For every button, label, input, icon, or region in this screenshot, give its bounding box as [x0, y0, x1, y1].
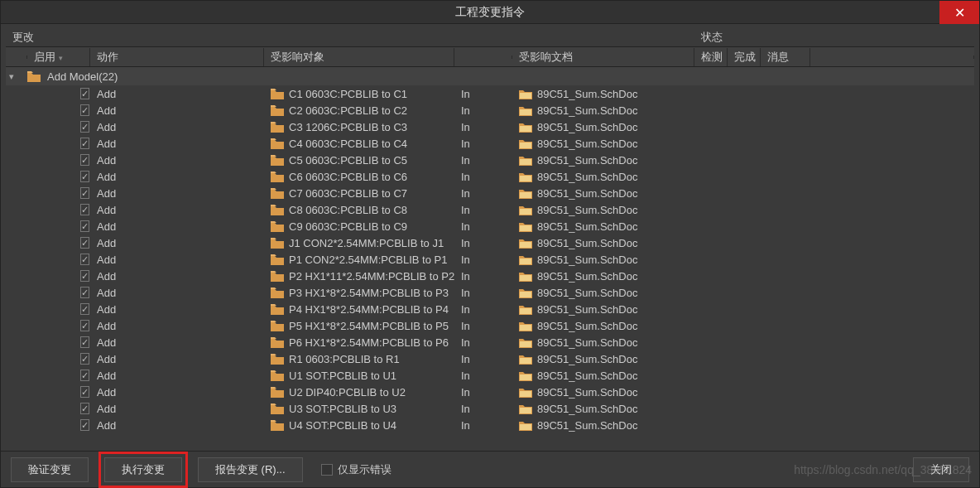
cell-detect: [694, 126, 728, 128]
document-icon: [519, 254, 532, 265]
cell-spacer: [810, 93, 974, 94]
cell-detect: [694, 209, 728, 210]
enable-checkbox[interactable]: ✓: [80, 386, 89, 398]
table-row[interactable]: ✓AddC8 0603C:PCBLIB to C8In89C51_Sum.Sch…: [6, 201, 974, 218]
document-icon: [519, 238, 532, 249]
table-row[interactable]: ✓AddU4 SOT:PCBLIB to U4In89C51_Sum.SchDo…: [6, 417, 974, 433]
col-message[interactable]: 消息: [761, 48, 810, 66]
table-row[interactable]: ✓AddP3 HX1*8*2.54MM:PCBLIB to P3In89C51_…: [6, 284, 974, 301]
enable-checkbox[interactable]: ✓: [80, 403, 89, 414]
close-footer-button[interactable]: 关闭: [913, 457, 969, 482]
folder-icon: [271, 387, 284, 398]
cell-doc: 89C51_Sum.SchDoc: [512, 153, 694, 167]
group-row[interactable]: ▾ Add Model(22): [6, 67, 974, 85]
col-detect[interactable]: 检测: [694, 48, 728, 66]
table-row[interactable]: ✓AddP4 HX1*8*2.54MM:PCBLIB to P4In89C51_…: [6, 301, 974, 317]
table-row[interactable]: ✓AddP6 HX1*8*2.54MM:PCBLIB to P6In89C51_…: [6, 334, 974, 350]
cell-detect: [694, 192, 728, 194]
object-text: P3 HX1*8*2.54MM:PCBLIB to P3: [289, 287, 449, 299]
cell-enable: ✓: [27, 418, 90, 432]
enable-checkbox[interactable]: ✓: [80, 154, 89, 166]
table-row[interactable]: ✓AddC3 1206C:PCBLIB to C3In89C51_Sum.Sch…: [6, 118, 974, 135]
col-object[interactable]: 受影响对象: [264, 48, 454, 66]
enable-checkbox[interactable]: ✓: [80, 303, 89, 315]
table-row[interactable]: ✓AddC5 0603C:PCBLIB to C5In89C51_Sum.Sch…: [6, 152, 974, 168]
cell-done: [728, 143, 761, 144]
table-row[interactable]: ✓AddC4 0603C:PCBLIB to C4In89C51_Sum.Sch…: [6, 135, 974, 152]
enable-checkbox[interactable]: ✓: [80, 353, 89, 365]
enable-checkbox[interactable]: ✓: [80, 270, 89, 282]
cell-done: [728, 93, 761, 94]
cell-done: [728, 225, 761, 227]
table-row[interactable]: ✓AddJ1 CON2*2.54MM:PCBLIB to J1In89C51_S…: [6, 234, 974, 251]
object-text: U1 SOT:PCBLIB to U1: [289, 370, 396, 382]
enable-checkbox[interactable]: ✓: [80, 88, 89, 99]
object-text: C2 0603C:PCBLIB to C2: [289, 104, 407, 117]
table-row[interactable]: ✓AddU1 SOT:PCBLIB to U1In89C51_Sum.SchDo…: [6, 367, 974, 384]
cell-enable: ✓: [27, 319, 90, 332]
enable-checkbox[interactable]: ✓: [80, 121, 89, 133]
enable-checkbox[interactable]: ✓: [80, 204, 89, 215]
cell-detect: [694, 358, 728, 360]
enable-checkbox[interactable]: ✓: [80, 187, 89, 199]
status-header: 状态: [694, 28, 729, 46]
document-icon: [519, 271, 532, 282]
document-icon: [519, 403, 532, 414]
grid-body[interactable]: ▾ Add Model(22) ✓AddC1 0603C:PCBLIB to C…: [6, 67, 974, 451]
only-errors-checkbox[interactable]: 仅显示错误: [321, 462, 392, 477]
enable-checkbox[interactable]: ✓: [80, 138, 89, 149]
cell-action: Add: [90, 253, 264, 267]
cell-done: [728, 159, 761, 161]
table-row[interactable]: ✓AddR1 0603:PCBLIB to R1In89C51_Sum.SchD…: [6, 350, 974, 367]
cell-msg: [761, 192, 810, 194]
report-button[interactable]: 报告变更 (R)...: [198, 457, 303, 482]
close-button[interactable]: ✕: [939, 1, 979, 24]
document-icon: [519, 370, 532, 381]
table-row[interactable]: ✓AddU2 DIP40:PCBLIB to U2In89C51_Sum.Sch…: [6, 384, 974, 400]
cell-action: Add: [90, 385, 264, 399]
table-row[interactable]: ✓AddC1 0603C:PCBLIB to C1In89C51_Sum.Sch…: [6, 85, 974, 102]
cell-expand: [6, 308, 27, 310]
enable-checkbox[interactable]: ✓: [80, 254, 89, 265]
col-done[interactable]: 完成: [728, 48, 761, 66]
col-enable[interactable]: 启用▾: [27, 48, 90, 66]
cell-detect: [694, 109, 728, 111]
cell-in: In: [454, 153, 512, 167]
cell-action: Add: [90, 402, 264, 416]
cell-spacer: [810, 292, 974, 293]
table-row[interactable]: ✓AddC9 0603C:PCBLIB to C9In89C51_Sum.Sch…: [6, 218, 974, 234]
table-row[interactable]: ✓AddP1 CON2*2.54MM:PCBLIB to P1In89C51_S…: [6, 251, 974, 268]
cell-enable: ✓: [27, 369, 90, 382]
doc-text: 89C51_Sum.SchDoc: [537, 220, 637, 233]
cell-enable: ✓: [27, 402, 90, 415]
table-row[interactable]: ✓AddC7 0603C:PCBLIB to C7In89C51_Sum.Sch…: [6, 185, 974, 201]
cell-enable: ✓: [27, 253, 90, 266]
cell-doc: 89C51_Sum.SchDoc: [512, 286, 694, 300]
col-action[interactable]: 动作: [90, 48, 264, 66]
folder-icon: [271, 287, 284, 298]
execute-button[interactable]: 执行变更: [104, 457, 182, 482]
table-row[interactable]: ✓AddC6 0603C:PCBLIB to C6In89C51_Sum.Sch…: [6, 168, 974, 185]
enable-checkbox[interactable]: ✓: [80, 104, 89, 116]
enable-checkbox[interactable]: ✓: [80, 171, 89, 182]
enable-checkbox[interactable]: ✓: [80, 220, 89, 232]
enable-checkbox[interactable]: ✓: [80, 237, 89, 249]
document-icon: [519, 188, 532, 199]
cell-spacer: [810, 258, 974, 260]
col-document[interactable]: 受影响文档: [512, 48, 694, 66]
cell-action: Add: [90, 352, 264, 366]
col-expand: [6, 56, 27, 59]
collapse-icon[interactable]: ▾: [9, 71, 17, 82]
enable-checkbox[interactable]: ✓: [80, 320, 89, 331]
table-row[interactable]: ✓AddP2 HX1*11*2.54MM:PCBLIB to P2In89C51…: [6, 268, 974, 284]
cell-msg: [761, 225, 810, 227]
cell-action: Add: [90, 203, 264, 217]
table-row[interactable]: ✓AddP5 HX1*8*2.54MM:PCBLIB to P5In89C51_…: [6, 317, 974, 334]
enable-checkbox[interactable]: ✓: [80, 370, 89, 381]
table-row[interactable]: ✓AddC2 0603C:PCBLIB to C2In89C51_Sum.Sch…: [6, 102, 974, 118]
table-row[interactable]: ✓AddU3 SOT:PCBLIB to U3In89C51_Sum.SchDo…: [6, 400, 974, 417]
enable-checkbox[interactable]: ✓: [80, 336, 89, 348]
enable-checkbox[interactable]: ✓: [80, 287, 89, 298]
enable-checkbox[interactable]: ✓: [80, 419, 89, 431]
validate-button[interactable]: 验证变更: [11, 457, 89, 482]
